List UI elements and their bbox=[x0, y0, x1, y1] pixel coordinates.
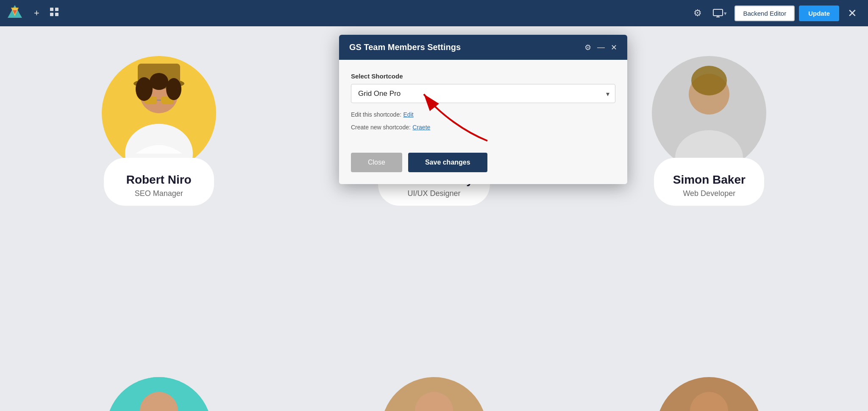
svg-rect-3 bbox=[50, 8, 53, 11]
modal-footer: Close Save changes bbox=[339, 146, 627, 184]
add-button[interactable]: + bbox=[31, 4, 43, 22]
modal-body: Select Shortcode Grid One Pro Grid Two L… bbox=[339, 60, 627, 146]
modal-close-icon[interactable]: ✕ bbox=[611, 43, 617, 52]
svg-point-29 bbox=[691, 66, 727, 95]
main-content: Robert Niro SEO Manager bbox=[0, 26, 868, 411]
edit-shortcode-line: Edit this shortcode: Edit bbox=[351, 108, 615, 121]
select-shortcode-label: Select Shortcode bbox=[351, 73, 615, 80]
close-button[interactable]: Close bbox=[351, 153, 402, 172]
update-button[interactable]: Update bbox=[799, 6, 839, 21]
edit-shortcode-link[interactable]: Edit bbox=[403, 111, 414, 118]
svg-rect-6 bbox=[55, 13, 58, 16]
shortcode-select[interactable]: Grid One Pro Grid Two List View bbox=[351, 84, 615, 103]
modal-header-actions: ⚙ — ✕ bbox=[584, 43, 617, 52]
toolbar: + ⚙ ▾ Backend Editor Update ✕ bbox=[0, 0, 868, 26]
settings-modal: GS Team Members Settings ⚙ — ✕ Select Sh… bbox=[339, 35, 627, 184]
info-card-robert: Robert Niro SEO Manager bbox=[104, 158, 214, 206]
monitor-button[interactable]: ▾ bbox=[709, 6, 730, 21]
modal-title: GS Team Members Settings bbox=[349, 42, 461, 52]
team-member-robert: Robert Niro SEO Manager bbox=[25, 48, 292, 214]
svg-rect-4 bbox=[55, 8, 58, 11]
toolbar-right: ⚙ ▾ Backend Editor Update ✕ bbox=[690, 4, 861, 22]
svg-rect-5 bbox=[50, 13, 53, 16]
svg-point-32 bbox=[415, 392, 453, 411]
svg-point-19 bbox=[150, 73, 168, 90]
shortcode-links: Edit this shortcode: Edit Create new sho… bbox=[351, 108, 615, 134]
svg-rect-31 bbox=[127, 377, 191, 381]
create-shortcode-line: Create new shortcode: Craete bbox=[351, 121, 615, 134]
backend-editor-button[interactable]: Backend Editor bbox=[734, 6, 795, 21]
app-logo bbox=[7, 4, 23, 22]
svg-point-18 bbox=[166, 78, 181, 100]
create-shortcode-link[interactable]: Craete bbox=[412, 124, 430, 131]
svg-point-33 bbox=[690, 392, 728, 411]
svg-point-30 bbox=[140, 392, 178, 411]
info-card-simon: Simon Baker Web Developer bbox=[654, 158, 764, 206]
svg-rect-7 bbox=[713, 9, 723, 16]
modal-header: GS Team Members Settings ⚙ — ✕ bbox=[339, 35, 627, 60]
modal-settings-icon[interactable]: ⚙ bbox=[584, 43, 591, 52]
modal-minimize-icon[interactable]: — bbox=[597, 43, 605, 52]
grid-view-button[interactable] bbox=[46, 4, 62, 22]
save-changes-button[interactable]: Save changes bbox=[408, 153, 487, 172]
toolbar-close-button[interactable]: ✕ bbox=[843, 4, 861, 22]
shortcode-select-wrapper: Grid One Pro Grid Two List View ▾ bbox=[351, 84, 615, 103]
settings-icon-button[interactable]: ⚙ bbox=[690, 4, 705, 22]
